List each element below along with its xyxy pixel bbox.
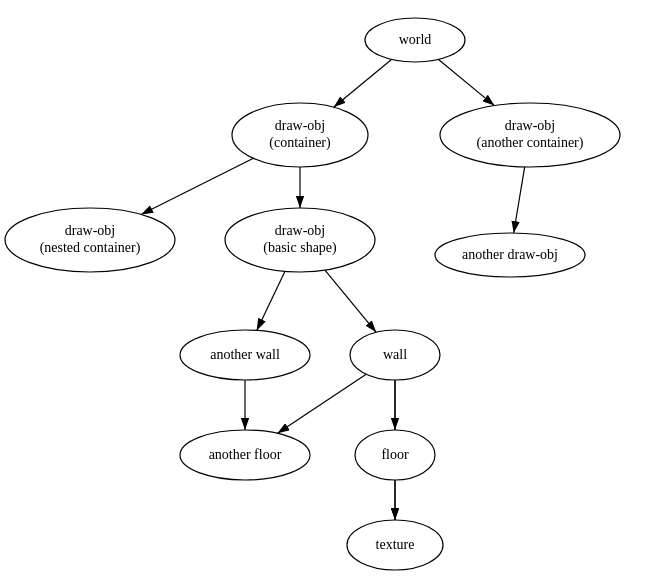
label-world: world (399, 32, 432, 47)
label-another-floor: another floor (209, 447, 282, 462)
edge-draw-obj-basic-shape-another-wall (257, 271, 285, 330)
graph-svg: worlddraw-obj(container)draw-obj(another… (0, 0, 655, 586)
edge-draw-obj-container-draw-obj-nested-container (141, 158, 253, 214)
label-draw-obj-container: draw-obj(container) (269, 118, 331, 151)
label-texture: texture (376, 537, 415, 552)
label-another-draw-obj: another draw-obj (462, 247, 558, 262)
label-another-wall: another wall (210, 347, 280, 362)
graph-container: worlddraw-obj(container)draw-obj(another… (0, 0, 655, 586)
edge-world-draw-obj-container (334, 59, 392, 107)
edge-draw-obj-another-container-another-draw-obj (514, 167, 525, 233)
label-floor: floor (381, 447, 409, 462)
edge-world-draw-obj-another-container (439, 59, 495, 105)
label-wall: wall (383, 347, 407, 362)
edge-draw-obj-basic-shape-wall (325, 270, 376, 332)
edge-wall-another-floor (277, 374, 366, 433)
